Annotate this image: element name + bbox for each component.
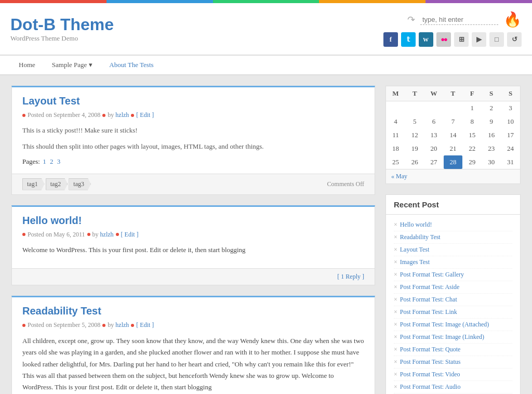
- meta-dot3: [131, 114, 134, 117]
- cal-day: 31: [501, 155, 520, 169]
- cal-day: 29: [462, 155, 482, 169]
- list-item: Post Format Test: Image (Linked): [394, 331, 512, 344]
- search-area: ↷ 🔥: [407, 11, 522, 28]
- twitter-icon[interactable]: 𝕥: [401, 32, 416, 47]
- google-icon[interactable]: ↺: [507, 32, 522, 47]
- post-layout-test-body: This is a sticky post!!! Make sure it st…: [22, 125, 364, 152]
- recent-posts-list: Hello world! Readability Test Layout Tes…: [386, 215, 520, 394]
- dropdown-arrow-icon: ▾: [89, 61, 92, 69]
- cal-day: 20: [424, 142, 444, 155]
- site-header: Dot-B Theme WordPress Theme Demo ↷ 🔥 f 𝕥…: [0, 3, 532, 55]
- cal-day: 5: [405, 115, 424, 128]
- list-item: Images Test: [394, 256, 512, 269]
- cal-day: 19: [405, 142, 424, 155]
- post-hello-world-tag-bar: [ 1 Reply ]: [12, 268, 375, 285]
- social-icons-bar: f 𝕥 W ●● ⊞ ▶ □ ↺: [383, 32, 522, 47]
- cal-day: 6: [424, 115, 444, 128]
- tags-container: tag1 tag2 tag3: [22, 178, 92, 190]
- post-layout-test-tag-bar: tag1 tag2 tag3 Comments Off: [12, 174, 375, 194]
- cal-day: 30: [482, 155, 501, 169]
- meta-dot: [22, 324, 25, 327]
- list-item: Post Format Test: Image (Attached): [394, 319, 512, 331]
- list-item: Post Format Test: Status: [394, 356, 512, 369]
- cal-day: 21: [444, 142, 463, 155]
- post-hello-world-content: Hello world! Posted on May 6, 2011 by hz…: [12, 207, 375, 269]
- cal-header-s2: S: [501, 86, 520, 101]
- cal-header-f: F: [462, 86, 482, 101]
- cal-day: 2: [482, 101, 501, 115]
- nav-sample-page[interactable]: Sample Page ▾: [44, 56, 101, 74]
- cal-day: 26: [405, 155, 424, 169]
- post-hello-world-title[interactable]: Hello world!: [22, 215, 364, 227]
- cal-header-th: T: [444, 86, 463, 101]
- list-item: Post Format Test: Quote: [394, 344, 512, 356]
- cal-header-t: T: [405, 86, 424, 101]
- cal-day: [405, 101, 424, 115]
- post-layout-test-meta: Posted on September 4, 2008 by hzlzh [ E…: [22, 111, 364, 119]
- post-readability-test-content: Readability Test Posted on September 5, …: [12, 297, 375, 394]
- cal-day: 22: [462, 142, 482, 155]
- post-readability-test-meta: Posted on September 5, 2008 by hzlzh [ E…: [22, 321, 364, 329]
- cal-day: 15: [462, 128, 482, 142]
- calendar-table: M T W T F S S 1: [386, 86, 520, 169]
- cal-header-m: M: [386, 86, 405, 101]
- header-right: ↷ 🔥 f 𝕥 W ●● ⊞ ▶ □ ↺: [383, 11, 522, 47]
- cal-day: 13: [424, 128, 444, 142]
- recent-posts-widget: Recent Post Hello world! Readability Tes…: [385, 194, 521, 394]
- post-readability-test-body: All children, except one, grow up. They …: [22, 335, 364, 394]
- post-layout-test-title[interactable]: Layout Test: [22, 95, 364, 107]
- flickr-icon[interactable]: ●●: [436, 32, 451, 47]
- cal-day: 25: [386, 155, 405, 169]
- delicious-icon[interactable]: ⊞: [454, 32, 469, 47]
- list-item: Readability Test: [394, 231, 512, 244]
- list-item: Post Format Test: Chat: [394, 294, 512, 306]
- tag-tag1[interactable]: tag1: [22, 178, 45, 190]
- list-item: Post Format Test: Video: [394, 369, 512, 381]
- reply-link[interactable]: [ 1 Reply ]: [337, 273, 364, 281]
- cal-header-s1: S: [482, 86, 501, 101]
- post-readability-test: Readability Test Posted on September 5, …: [11, 296, 375, 394]
- list-item: Layout Test: [394, 244, 512, 256]
- tag-tag3[interactable]: tag3: [69, 178, 91, 190]
- prev-month-link[interactable]: « May: [391, 173, 407, 180]
- search-input[interactable]: [420, 15, 498, 25]
- meta-dot3: [131, 324, 134, 327]
- cal-day: 11: [386, 128, 405, 142]
- nav-about-tests[interactable]: About The Tests: [101, 56, 162, 74]
- post-readability-test-title[interactable]: Readability Test: [22, 305, 364, 317]
- wordpress-icon[interactable]: W: [419, 32, 433, 47]
- cal-day: 4: [386, 115, 405, 128]
- main-nav: Home Sample Page ▾ About The Tests: [0, 55, 532, 75]
- post-hello-world-meta: Posted on May 6, 2011 by hzlzh [ Edit ]: [22, 231, 364, 239]
- search-arrow-icon: ↷: [407, 14, 415, 25]
- post-layout-test-content: Layout Test Posted on September 4, 2008 …: [12, 87, 375, 174]
- cal-day: 24: [501, 142, 520, 155]
- tag-tag2[interactable]: tag2: [46, 178, 68, 190]
- meta-dot: [22, 233, 25, 236]
- meta-dot: [22, 114, 25, 117]
- cal-day: 10: [501, 115, 520, 128]
- meta-dot2: [102, 324, 105, 327]
- youtube-icon[interactable]: ▶: [472, 32, 486, 47]
- linkedin-icon[interactable]: □: [489, 32, 504, 47]
- nav-home[interactable]: Home: [10, 56, 44, 74]
- list-item: Post Format Test: Link: [394, 306, 512, 319]
- facebook-icon[interactable]: f: [383, 32, 398, 47]
- cal-day: [444, 101, 463, 115]
- cal-day: 7: [444, 115, 463, 128]
- comments-status: Comments Off: [327, 180, 364, 188]
- cal-day: [386, 101, 405, 115]
- cal-day: 27: [424, 155, 444, 169]
- cal-day-today: 28: [444, 155, 463, 169]
- sidebar: M T W T F S S 1: [385, 86, 521, 394]
- rss-icon[interactable]: 🔥: [503, 11, 522, 28]
- site-subtitle: WordPress Theme Demo: [10, 34, 114, 43]
- meta-dot3: [116, 233, 119, 236]
- post-layout-test: Layout Test Posted on September 4, 2008 …: [11, 86, 375, 195]
- list-item: Post Format Test: Audio: [394, 381, 512, 393]
- cal-day: 8: [462, 115, 482, 128]
- site-title[interactable]: Dot-B Theme: [10, 15, 114, 34]
- calendar-widget: M T W T F S S 1: [385, 86, 521, 184]
- cal-day: 14: [444, 128, 463, 142]
- calendar-nav: « May: [386, 169, 520, 183]
